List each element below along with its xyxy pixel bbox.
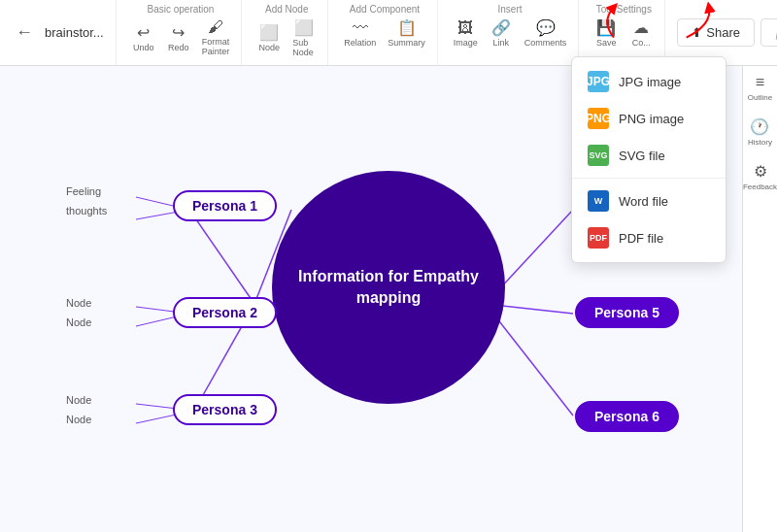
feedback-icon: ⚙ (754, 162, 767, 181)
dropdown-divider (572, 178, 726, 179)
sub-node-button[interactable]: ⬜Sub Node (288, 17, 320, 59)
document-title: brainstor... (45, 0, 117, 65)
insert-group: Insert 🖼Image 🔗Link 💬Comments (442, 0, 580, 65)
link-button[interactable]: 🔗Link (486, 17, 517, 50)
add-node-group: Add Node ⬜Node ⬜Sub Node (246, 0, 328, 65)
jpg-icon: JPG (588, 71, 609, 92)
redo-button[interactable]: ↪Redo (163, 21, 194, 54)
right-sidebar: ≡ Outline 🕐 History ⚙ Feedback (742, 66, 777, 532)
sub-node-node3: Node (66, 394, 91, 406)
undo-button[interactable]: ↩Undo (128, 21, 159, 54)
persona-3-node[interactable]: Persona 3 (173, 394, 277, 425)
sub-node-node2: Node (66, 316, 91, 328)
pdf-icon: PDF (588, 227, 609, 249)
feedback-button[interactable]: ⚙ Feedback (743, 162, 777, 191)
svg-icon: SVG (588, 145, 609, 166)
export-word-item[interactable]: W Word file (572, 183, 726, 219)
back-button[interactable]: ← (8, 0, 41, 65)
sub-node-feeling: Feeling (66, 185, 101, 197)
action-buttons: ⬆ Share 📤 Export (669, 0, 777, 65)
export-pdf-item[interactable]: PDF PDF file (572, 219, 726, 256)
persona-2-node[interactable]: Persona 2 (173, 297, 277, 328)
word-icon: W (588, 190, 609, 212)
export-jpg-item[interactable]: JPG JPG image (572, 63, 726, 100)
image-button[interactable]: 🖼Image (450, 17, 482, 50)
svg-line-1 (189, 210, 254, 304)
add-component-group: Add Component 〰Relation 📋Summary (332, 0, 438, 65)
persona-5-node[interactable]: Persona 5 (575, 297, 679, 328)
persona-6-node[interactable]: Persona 6 (575, 401, 679, 432)
node-button[interactable]: ⬜Node (253, 21, 285, 54)
share-button[interactable]: ⬆ Share (677, 18, 755, 47)
export-dropdown: JPG JPG image PNG PNG image SVG SVG file… (571, 56, 726, 263)
export-png-item[interactable]: PNG PNG image (572, 100, 726, 137)
central-node[interactable]: Information for Empathy mapping (272, 171, 505, 404)
add-node-label: Add Node (265, 4, 308, 15)
outline-icon: ≡ (756, 74, 764, 91)
export-button[interactable]: 📤 Export (760, 18, 777, 47)
share-icon: ⬆ (692, 25, 702, 40)
basic-operation-group: Basic operation ↩Undo ↪Redo 🖌Format Pain… (120, 0, 243, 65)
png-icon: PNG (588, 108, 609, 129)
tool-settings-group: Tool Settings 💾Save ☁Co... (583, 0, 665, 65)
comments-button[interactable]: 💬Comments (521, 17, 571, 50)
sub-node-node4: Node (66, 414, 91, 425)
history-button[interactable]: 🕐 History (748, 117, 772, 147)
insert-label: Insert (498, 4, 523, 15)
sub-node-thoughts: thoughts (66, 205, 107, 216)
co-button[interactable]: ☁Co... (625, 17, 657, 50)
export-svg-item[interactable]: SVG SVG file (572, 137, 726, 174)
relation-button[interactable]: 〰Relation (340, 17, 380, 50)
add-component-label: Add Component (350, 4, 420, 15)
save-button[interactable]: 💾Save (591, 17, 622, 50)
format-painter-button[interactable]: 🖌Format Painter (198, 17, 234, 58)
summary-button[interactable]: 📋Summary (384, 17, 429, 50)
tool-settings-label: Tool Settings (596, 4, 652, 15)
outline-button[interactable]: ≡ Outline (748, 74, 772, 102)
sub-node-node1: Node (66, 297, 91, 309)
history-icon: 🕐 (750, 117, 769, 136)
central-node-text: Information for Empathy mapping (272, 247, 505, 329)
basic-operation-label: Basic operation (148, 4, 215, 15)
persona-1-node[interactable]: Persona 1 (173, 190, 277, 221)
